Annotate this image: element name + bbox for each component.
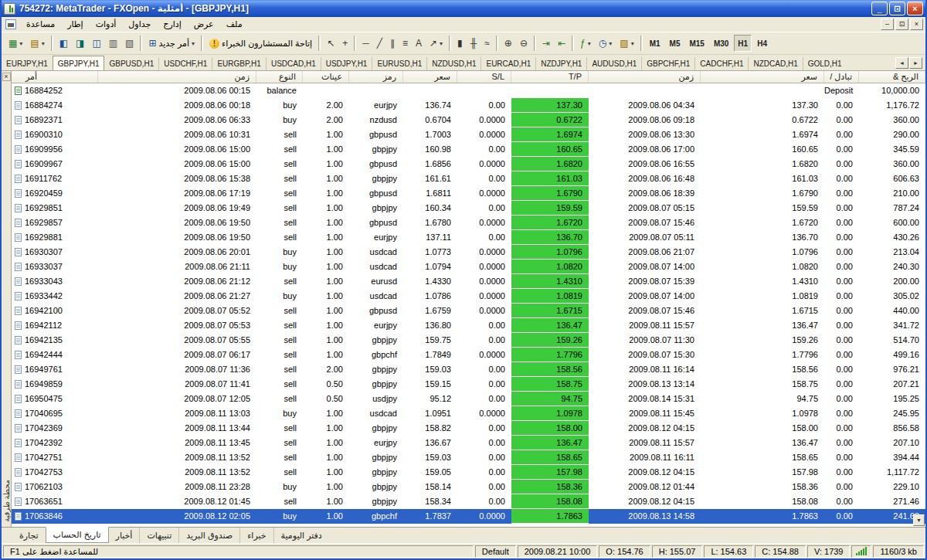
table-row[interactable]: 17042369 2009.08.11 13:44 sell 1.00 gbpj… (12, 421, 925, 436)
timeframe-m15-button[interactable]: M15 (685, 35, 708, 52)
chart-tab[interactable]: CADCHF,H1 (694, 57, 748, 70)
profiles-button[interactable]: ▤ ▾ (27, 35, 47, 52)
new-chart-button[interactable]: ▦ ▾ (5, 35, 25, 52)
bar-chart-button[interactable]: ▮ (454, 35, 466, 52)
column-header[interactable]: T/P (511, 71, 589, 83)
fibonacci-button[interactable]: ≡ (399, 35, 411, 52)
table-row[interactable]: 16909967 2009.08.06 15:00 sell 1.00 gbpu… (12, 157, 925, 171)
timeframe-h4-button[interactable]: H4 (753, 35, 771, 52)
table-row[interactable]: 16942135 2009.08.07 05:55 sell 1.00 gbpj… (12, 333, 925, 348)
table-row[interactable]: 17040695 2009.08.11 13:03 buy 1.00 usdca… (12, 406, 925, 421)
toolbar-button[interactable] (572, 36, 574, 51)
table-row[interactable]: 16884252 2009.08.06 00:15 balance Deposi… (12, 83, 925, 98)
table-row[interactable]: 16900310 2009.08.06 10:31 sell 1.00 gbpu… (12, 127, 925, 142)
terminal-tab[interactable]: صندوق البريد (178, 528, 239, 543)
text-label-button[interactable]: A (413, 35, 425, 52)
equidistant-channel-button[interactable]: ∥ (387, 35, 398, 52)
terminal-panel-button[interactable]: ▥ (106, 35, 121, 52)
line-chart-button[interactable]: ≈ (481, 35, 493, 52)
chart-tab[interactable]: AUDUSD,H1 (586, 57, 641, 70)
table-row[interactable]: 16929857 2009.08.06 19:50 sell 1.00 gbpu… (12, 216, 925, 230)
terminal-tab[interactable]: تنبيهات (139, 528, 178, 543)
table-row[interactable]: 16950475 2009.08.07 12:05 sell 0.50 usdj… (12, 392, 925, 406)
navigator-button[interactable]: ◫ (89, 35, 104, 52)
menu-item[interactable]: جداول (122, 18, 157, 31)
table-row[interactable]: 16920459 2009.08.06 17:19 sell 1.00 gbpu… (12, 186, 925, 201)
expert-advisors-button[interactable]: ! إتاحة المستشارون الخبراء (206, 35, 315, 52)
terminal-tab[interactable]: خبراء (239, 528, 273, 543)
chart-tab[interactable]: GBPUSD,H1 (104, 57, 158, 70)
chart-tab[interactable]: USDCHF,H1 (158, 57, 212, 70)
table-row[interactable]: 17063846 2009.08.12 02:05 buy 1.00 gbpch… (12, 509, 925, 524)
close-button[interactable]: × (907, 2, 923, 15)
toolbar-button[interactable] (140, 36, 142, 51)
table-row[interactable]: 16892371 2009.08.06 06:33 buy 2.00 nzdus… (12, 113, 925, 127)
table-row[interactable]: 17062103 2009.08.11 23:28 buy 1.00 gbpjp… (12, 480, 925, 494)
market-watch-button[interactable]: ◧ (56, 35, 71, 52)
candlestick-chart-button[interactable]: ╫ (467, 35, 480, 52)
toolbar-button[interactable] (534, 36, 536, 51)
terminal-tab[interactable]: أخبار (109, 528, 140, 543)
menu-item[interactable]: عرض (188, 18, 220, 31)
terminal-tab[interactable]: تجارة (12, 528, 46, 543)
table-row[interactable]: 16909956 2009.08.06 15:00 sell 1.00 gbpj… (12, 142, 925, 157)
auto-scroll-button[interactable]: ⇥ (539, 35, 553, 52)
table-row[interactable]: 16929851 2009.08.06 19:49 sell 1.00 gbpj… (12, 201, 925, 216)
profile-name[interactable]: Default (475, 545, 516, 558)
chart-tab[interactable]: NZDUSD,H1 (426, 57, 480, 70)
terminal-tab[interactable]: دفتر اليومية (273, 528, 329, 543)
menu-item[interactable]: أدوات (90, 18, 123, 31)
maximize-button[interactable]: ⊡ (889, 2, 905, 15)
terminal-tab[interactable]: تاريخ الحساب (46, 527, 109, 543)
chart-tab[interactable]: EURCAD,H1 (480, 57, 535, 70)
toolbar-button[interactable] (51, 36, 53, 51)
column-header[interactable]: عينات (303, 71, 349, 83)
timeframe-m30-button[interactable]: M30 (710, 35, 732, 52)
chart-tab[interactable]: GBPJPY,H1 (53, 56, 105, 70)
tab-scroll-right-button[interactable]: ► (909, 57, 922, 69)
table-row[interactable]: 16942112 2009.08.07 05:53 sell 1.00 eurj… (12, 318, 925, 333)
data-window-button[interactable]: ◨ (73, 35, 87, 52)
table-row[interactable]: 16884274 2009.08.06 00:18 buy 2.00 eurjp… (12, 98, 925, 113)
periods-button[interactable]: ◷ ▾ (596, 35, 616, 52)
new-order-button[interactable]: ⊞ أمر جديد ▾ (145, 35, 198, 52)
column-header[interactable]: النوع (256, 71, 303, 83)
menu-item[interactable]: مساعدة (20, 18, 61, 31)
tab-scroll-left-button[interactable]: ◄ (895, 57, 908, 69)
column-header[interactable]: زمن (589, 71, 701, 83)
menu-item[interactable]: إطار (61, 18, 89, 31)
column-header[interactable]: S/L (457, 71, 511, 83)
toolbar-button[interactable] (640, 36, 643, 51)
horizontal-line-button[interactable]: ─ (359, 35, 372, 52)
table-row[interactable]: 16933043 2009.08.06 21:12 sell 1.00 euru… (12, 274, 925, 289)
zoom-in-button[interactable]: ⊕ (501, 35, 515, 52)
column-header[interactable]: أمر (12, 71, 98, 83)
column-header[interactable]: سعر (403, 71, 457, 83)
chart-tab[interactable]: EURUSD,H1 (372, 57, 426, 70)
mdi-restore-button[interactable]: ⊡ (895, 19, 908, 30)
timeframe-m5-button[interactable]: M5 (666, 35, 684, 52)
table-row[interactable]: 16933442 2009.08.06 21:27 buy 1.00 usdca… (12, 289, 925, 304)
indicators-button[interactable]: ƒ ▾ (577, 35, 594, 52)
arrows-button[interactable]: ↗ ▾ (426, 35, 446, 52)
toolbar-button[interactable] (354, 36, 356, 51)
toolbar-button[interactable] (496, 36, 498, 51)
chart-tab[interactable]: GOLD,H1 (803, 57, 847, 70)
mdi-minimize-button[interactable]: – (881, 19, 894, 30)
chart-tab[interactable]: NZDJPY,H1 (535, 57, 586, 70)
templates-button[interactable]: ▨ ▾ (616, 35, 637, 52)
chart-tab[interactable]: NZDCAD,H1 (748, 57, 802, 70)
chart-tab[interactable]: USDCAD,H1 (266, 57, 321, 70)
chart-shift-button[interactable]: ⇤ (555, 35, 569, 52)
chart-window-icon[interactable] (5, 19, 16, 29)
chart-tab[interactable]: USDJPY,H1 (321, 57, 372, 70)
minimize-button[interactable]: _ (871, 2, 888, 15)
column-header[interactable]: زمن (98, 71, 256, 83)
strategy-tester-button[interactable]: ▧ (122, 35, 137, 52)
chart-tab[interactable]: EURJPY,H1 (2, 57, 53, 70)
table-row[interactable]: 16949859 2009.08.07 11:41 sell 0.50 gbpj… (12, 377, 925, 392)
chart-tab[interactable]: EURGBP,H1 (212, 57, 266, 70)
table-row[interactable]: 16929881 2009.08.06 19:50 sell 1.00 eurj… (12, 230, 925, 245)
table-row[interactable]: 16942100 2009.08.07 05:52 sell 1.00 gbpu… (12, 304, 925, 318)
toolbar-button[interactable] (318, 36, 321, 51)
